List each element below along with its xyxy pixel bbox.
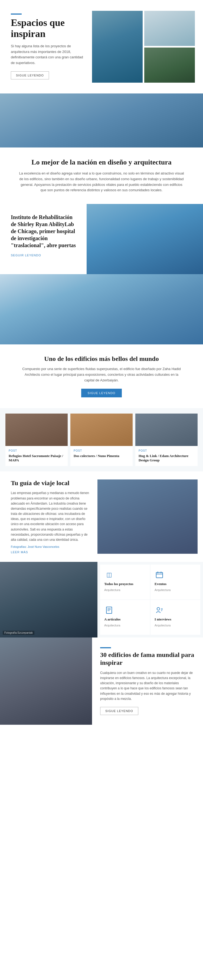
travel-section: Tu guía de viaje local Las empresas pequ… (0, 471, 203, 562)
icon-cards-grid: ◫ Todos los proyectos Arquitectura Event… (98, 562, 203, 638)
card-1: Post Dos colectores / Nuno Pimenta (70, 414, 133, 466)
card-1-label: Post (74, 449, 129, 452)
hero-section: Espacios que inspiran Si hay alguna list… (0, 0, 203, 94)
card-2-title: Hug & Link / Edam Architecture Design Gr… (139, 454, 194, 463)
blue-accent-bar (11, 14, 22, 14)
buildings30-section: 30 edificios de fama mundial para inspir… (0, 638, 203, 725)
card-1-image (70, 414, 133, 446)
buildings30-left-image (0, 638, 92, 725)
icon-card-events[interactable]: Eventos Arquitectura (150, 565, 200, 600)
buildings30-blue-bar (100, 647, 111, 648)
events-sub: Arquitectura (155, 588, 171, 592)
travel-text: Tu guía de viaje local Las empresas pequ… (11, 479, 92, 554)
travel-description: Las empresas pequeñas y medianas a menud… (11, 490, 92, 542)
hospital-section: Instituto de Rehabilitación de Shirley R… (0, 204, 203, 274)
articles-sub: Arquitectura (104, 624, 120, 627)
card-1-title: Dos colectores / Nuno Pimenta (74, 454, 129, 458)
bottom-left-image: Fotografía:Szczepaniak (0, 562, 98, 638)
hero-description: Si hay alguna lista de los proyectos de … (11, 43, 86, 66)
svg-rect-4 (106, 607, 112, 613)
nation-description: La excelencia en el diseño agrega valor … (18, 171, 185, 193)
hero-read-more-button[interactable]: SIGUE LEYENDO (11, 71, 49, 80)
card-0-image (5, 414, 68, 446)
card-2-label: Post (139, 449, 194, 452)
beautiful-section: Uno de los edificios más bellos del mund… (0, 344, 203, 408)
hero-image-top-right (144, 11, 195, 46)
svg-rect-0 (156, 573, 163, 578)
buildings30-title: 30 edificios de fama mundial para inspir… (100, 651, 195, 667)
cards-section: Post Refugios Hotel Sacromonte Paisaje /… (0, 408, 203, 472)
card-0: Post Refugios Hotel Sacromonte Paisaje /… (5, 414, 68, 466)
travel-photo-label: Fotografías: (11, 545, 27, 548)
bottom-left-caption: Fotografía:Szczepaniak (3, 631, 34, 635)
interviews-icon (155, 605, 164, 615)
hero-image-left (92, 11, 143, 83)
card-2: Post Hug & Link / Edam Architecture Desi… (135, 414, 198, 466)
hospital-image (86, 204, 203, 274)
icon-card-projects[interactable]: ◫ Todos los proyectos Arquitectura (100, 565, 150, 600)
articles-title: A artículos (104, 617, 120, 622)
icon-card-articles[interactable]: A artículos Arquitectura (100, 600, 150, 635)
card-0-label: Post (9, 449, 64, 452)
travel-photo-author[interactable]: José Nuno Vasconcelos (27, 545, 59, 548)
beautiful-description: Compuesto por una serie de superficies f… (20, 366, 183, 383)
beautiful-read-more-button[interactable]: SIGUE LEYENDO (81, 389, 122, 397)
articles-icon (104, 605, 114, 615)
events-title: Eventos (155, 582, 166, 586)
hospital-text: Instituto de Rehabilitación de Shirley R… (0, 204, 86, 274)
hero-image-bottom-right (144, 48, 195, 83)
interviews-title: I nterviews (155, 617, 171, 622)
hero-images (92, 11, 195, 83)
bottom-section: Fotografía:Szczepaniak ◫ Todos los proye… (0, 562, 203, 638)
projects-sub: Arquitectura (104, 588, 120, 592)
travel-title: Tu guía de viaje local (11, 479, 92, 487)
buildings30-description: Cualquiera con un buen creativo en su cu… (100, 670, 195, 702)
buildings30-text: 30 edificios de fama mundial para inspir… (92, 638, 203, 725)
card-2-image (135, 414, 198, 446)
beautiful-title: Uno de los edificios más bellos del mund… (11, 355, 192, 363)
card-0-title: Refugios Hotel Sacromonte Paisaje / MAPA (9, 454, 64, 463)
card-2-body: Post Hug & Link / Edam Architecture Desi… (135, 446, 198, 466)
nation-section: Lo mejor de la nación en diseño y arquit… (0, 148, 203, 204)
svg-point-8 (157, 608, 160, 610)
hero-text: Espacios que inspiran Si hay alguna list… (11, 11, 86, 83)
nation-title: Lo mejor de la nación en diseño y arquit… (11, 158, 192, 166)
events-icon (155, 570, 164, 580)
card-0-body: Post Refugios Hotel Sacromonte Paisaje /… (5, 446, 68, 466)
hero-title: Espacios que inspiran (11, 17, 86, 40)
card-1-body: Post Dos colectores / Nuno Pimenta (70, 446, 133, 461)
interviews-sub: Arquitectura (155, 624, 171, 627)
travel-photo-credit: Fotografías: José Nuno Vasconcelos (11, 545, 92, 548)
zaha-building-image (0, 274, 203, 344)
icon-card-interviews[interactable]: I nterviews Arquitectura (150, 600, 200, 635)
projects-icon: ◫ (104, 570, 114, 580)
projects-title: Todos los proyectos (104, 582, 133, 586)
buildings30-read-more-button[interactable]: SIGUE LEYENDO (100, 707, 138, 715)
travel-read-more[interactable]: LEER MÁS (11, 550, 92, 554)
travel-image (98, 479, 198, 554)
hospital-read-more[interactable]: SEGUIR LEYENDO (11, 254, 41, 257)
fullwidth-building-image (0, 94, 203, 148)
hospital-title: Instituto de Rehabilitación de Shirley R… (11, 214, 78, 249)
